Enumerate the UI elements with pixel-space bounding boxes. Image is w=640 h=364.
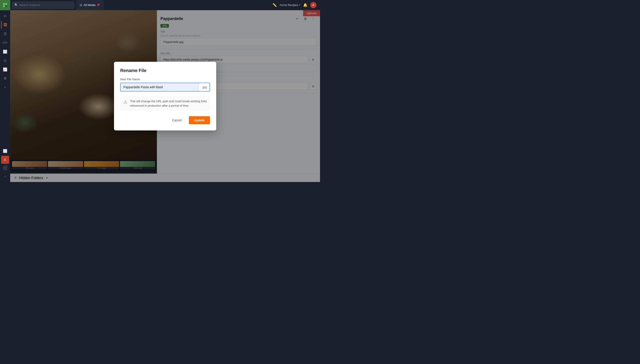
search-icon: 🔍 [14, 3, 18, 7]
search-input[interactable] [19, 3, 72, 7]
sidebar-item-edit[interactable]: ✏ [1, 12, 9, 20]
svg-rect-0 [3, 3, 5, 5]
bell-icon[interactable]: 🔔 [303, 3, 308, 7]
tab-label: All Media [84, 3, 95, 7]
sidebar-item-list[interactable]: ☰ [1, 30, 9, 38]
tab-all-media[interactable]: 🖼 All Media 📌 [76, 0, 104, 10]
cancel-button[interactable]: Cancel [168, 116, 186, 124]
main-content: Pizza.jpg Noodles.jpg Curry.jpg Slider.j… [10, 10, 320, 182]
modal-filename-input[interactable] [121, 83, 199, 91]
sidebar-item-expand[interactable]: 1/157/12 [1, 165, 9, 171]
sidebar-item-badge[interactable]: Z [1, 156, 9, 164]
sidebar-item-media[interactable]: 🖼 [1, 21, 9, 29]
sidebar-item-settings[interactable]: ⚙ [1, 74, 9, 82]
warning-icon: ⚠ [123, 99, 127, 105]
sidebar-item-chevron[interactable]: › [1, 172, 9, 180]
sidebar-item-code[interactable]: </> [1, 39, 9, 47]
edit-icon: ✏️ [272, 3, 277, 7]
svg-rect-2 [3, 5, 5, 7]
svg-rect-1 [5, 3, 7, 5]
sidebar: ✏ 🖼 ☰ </> ⬜ ◎ 📈 ⚙ ＋ ⬜ Z 1/157/12 › [0, 10, 10, 182]
sidebar-item-analytics[interactable]: 📈 [1, 65, 9, 73]
sidebar-bottom: ⬜ Z 1/157/12 › [1, 147, 9, 182]
modal-overlay: Rename File New File Name .jpg ⚠ This wi… [10, 10, 320, 182]
logo[interactable] [0, 0, 10, 10]
modal-input-label: New File Name [120, 78, 210, 81]
media-tab-icon: 🖼 [80, 4, 82, 7]
svg-rect-3 [5, 5, 7, 7]
topbar: 🔍 🖼 All Media 📌 ✏️ Acme Recipes ▾ 🔔 ✕ [0, 0, 320, 10]
modal-extension: .jpg [199, 83, 210, 91]
modal-warning: ⚠ This will change the URL path and coul… [120, 96, 210, 111]
topbar-right: ✏️ Acme Recipes ▾ 🔔 ✕ [272, 2, 320, 8]
search-box[interactable]: 🔍 [12, 2, 74, 9]
tab-bar: 🖼 All Media 📌 [76, 0, 104, 10]
sidebar-item-settings-circle[interactable]: ◎ [1, 56, 9, 64]
sidebar-item-panel[interactable]: ⬜ [1, 147, 9, 155]
modal-title: Rename File [120, 68, 210, 73]
pin-icon: 📌 [97, 4, 100, 6]
rename-modal: Rename File New File Name .jpg ⚠ This wi… [114, 62, 216, 130]
chevron-down-icon: ▾ [299, 4, 300, 6]
update-button[interactable]: Update [189, 116, 210, 124]
instance-name[interactable]: Acme Recipes ▾ [280, 3, 300, 7]
warning-text: This will change the URL path and could … [130, 99, 207, 108]
modal-actions: Cancel Update [120, 116, 210, 124]
modal-input-row: .jpg [120, 83, 210, 92]
sidebar-item-layout[interactable]: ⬜ [1, 48, 9, 56]
sidebar-item-add[interactable]: ＋ [1, 83, 9, 91]
close-button[interactable]: ✕ [310, 2, 316, 8]
